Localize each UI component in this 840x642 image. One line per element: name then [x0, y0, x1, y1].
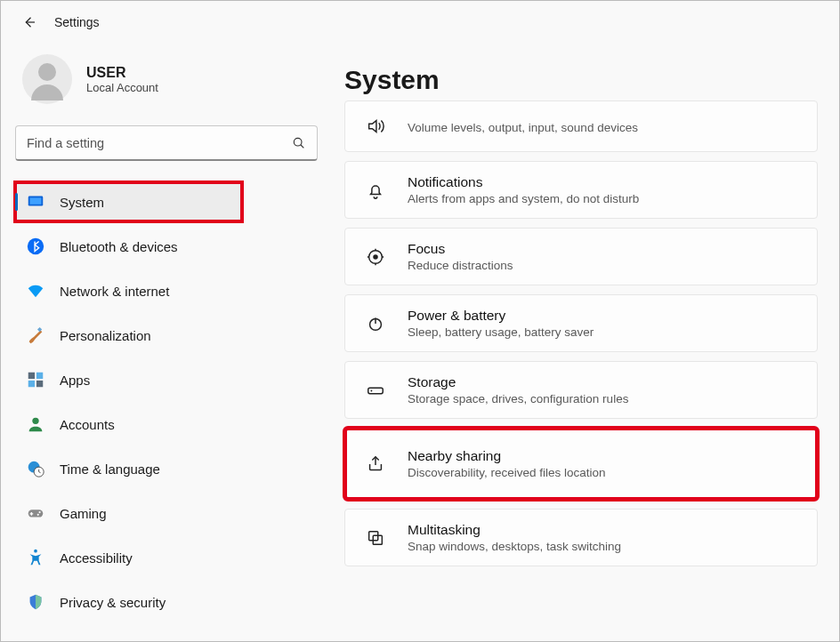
sidebar-item-label: Network & internet	[60, 284, 169, 299]
drive-icon	[363, 378, 388, 403]
svg-rect-4	[37, 327, 42, 332]
sidebar-item-apps[interactable]: Apps	[15, 360, 318, 399]
card-title: Power & battery	[408, 308, 594, 324]
card-subtitle: Volume levels, output, input, sound devi…	[408, 121, 638, 134]
sidebar-item-label: Personalization	[60, 328, 151, 343]
card-subtitle: Alerts from apps and system, do not dist…	[408, 192, 639, 205]
card-title: Storage	[408, 374, 628, 390]
sidebar-item-privacy-security[interactable]: Privacy & security	[15, 582, 318, 622]
setting-card-power-battery[interactable]: Power & battery Sleep, battery usage, ba…	[344, 294, 818, 352]
apps-icon	[26, 370, 45, 389]
svg-rect-7	[28, 381, 35, 387]
setting-card-notifications[interactable]: Notifications Alerts from apps and syste…	[344, 161, 818, 219]
sidebar-item-label: Bluetooth & devices	[60, 239, 178, 254]
globe-clock-icon	[26, 459, 45, 478]
svg-rect-5	[28, 373, 35, 379]
page-title: System	[344, 65, 818, 95]
window-title: Settings	[54, 15, 100, 29]
avatar	[22, 54, 72, 104]
setting-card-focus[interactable]: Focus Reduce distractions	[344, 228, 818, 285]
svg-point-9	[32, 418, 38, 424]
setting-card-sound[interactable]: Sound Volume levels, output, input, soun…	[344, 100, 818, 152]
person-icon	[26, 414, 45, 434]
sidebar-item-system[interactable]: System	[15, 182, 242, 221]
svg-rect-8	[36, 381, 43, 387]
setting-card-storage[interactable]: Storage Storage space, drives, configura…	[344, 361, 818, 419]
sidebar-item-label: Privacy & security	[60, 595, 166, 610]
card-text: Nearby sharing Discoverability, received…	[408, 448, 606, 479]
sidebar-item-gaming[interactable]: Gaming	[15, 494, 318, 533]
card-text: Power & battery Sleep, battery usage, ba…	[408, 308, 594, 339]
sidebar-item-personalization[interactable]: Personalization	[15, 316, 318, 355]
paintbrush-icon	[26, 325, 45, 345]
sidebar-item-accessibility[interactable]: Accessibility	[15, 538, 318, 577]
back-button[interactable]	[15, 8, 44, 36]
svg-point-0	[294, 138, 302, 146]
gamepad-icon	[26, 503, 45, 523]
svg-point-15	[34, 550, 37, 553]
system-icon	[26, 192, 45, 212]
card-subtitle: Discoverability, received files location	[408, 466, 606, 479]
sidebar-item-accounts[interactable]: Accounts	[15, 405, 318, 444]
setting-card-nearby-sharing[interactable]: Nearby sharing Discoverability, received…	[344, 428, 818, 500]
multitask-icon	[363, 526, 388, 550]
titlebar: Settings	[1, 1, 839, 44]
setting-card-multitasking[interactable]: Multitasking Snap windows, desktops, tas…	[344, 509, 818, 566]
shield-icon	[26, 592, 45, 612]
svg-point-20	[371, 389, 373, 391]
card-subtitle: Sleep, battery usage, battery saver	[408, 325, 594, 339]
card-text: Sound Volume levels, output, input, soun…	[408, 119, 638, 134]
card-text: Focus Reduce distractions	[408, 241, 513, 272]
card-title: Focus	[408, 241, 513, 257]
card-text: Storage Storage space, drives, configura…	[408, 374, 628, 405]
svg-point-14	[37, 514, 39, 516]
bluetooth-icon	[26, 237, 45, 256]
card-subtitle: Storage space, drives, configuration rul…	[408, 392, 628, 405]
sidebar-item-label: Gaming	[60, 506, 107, 521]
back-arrow-icon	[21, 14, 37, 30]
card-title: Multitasking	[408, 522, 621, 538]
speaker-icon	[363, 114, 388, 139]
svg-rect-6	[36, 373, 43, 379]
accessibility-icon	[26, 548, 45, 567]
account-name: USER	[86, 65, 158, 81]
svg-rect-2	[30, 197, 42, 204]
sidebar: USER Local Account System Bluetooth & de…	[1, 44, 330, 641]
account-type: Local Account	[86, 81, 158, 94]
main-panel: System Sound Volume levels, output, inpu…	[330, 44, 839, 641]
svg-point-13	[38, 511, 40, 513]
card-text: Notifications Alerts from apps and syste…	[408, 174, 639, 205]
svg-rect-19	[368, 388, 384, 393]
card-title: Nearby sharing	[408, 448, 606, 464]
sidebar-item-bluetooth-devices[interactable]: Bluetooth & devices	[15, 227, 318, 266]
sidebar-item-label: Accounts	[60, 417, 115, 432]
sidebar-item-label: Apps	[60, 373, 90, 388]
card-text: Multitasking Snap windows, desktops, tas…	[408, 522, 621, 553]
focus-icon	[363, 245, 388, 269]
sidebar-item-time-language[interactable]: Time & language	[15, 449, 318, 488]
share-icon	[363, 452, 388, 477]
nav-list: System Bluetooth & devices Network & int…	[15, 182, 318, 622]
svg-point-17	[373, 254, 378, 260]
sidebar-item-label: Accessibility	[60, 550, 133, 566]
bell-icon	[363, 178, 388, 203]
search-input[interactable]	[27, 136, 292, 150]
card-subtitle: Snap windows, desktops, task switching	[408, 540, 621, 553]
account-block[interactable]: USER Local Account	[15, 44, 316, 125]
wifi-icon	[26, 281, 45, 301]
search-icon	[292, 136, 306, 150]
sidebar-item-label: Time & language	[60, 461, 160, 477]
sidebar-item-label: System	[60, 195, 104, 210]
search-box[interactable]	[15, 125, 318, 161]
svg-point-3	[28, 238, 44, 254]
sidebar-item-network-internet[interactable]: Network & internet	[15, 271, 318, 310]
card-title: Notifications	[408, 174, 639, 190]
card-subtitle: Reduce distractions	[408, 259, 513, 272]
power-icon	[363, 311, 388, 336]
